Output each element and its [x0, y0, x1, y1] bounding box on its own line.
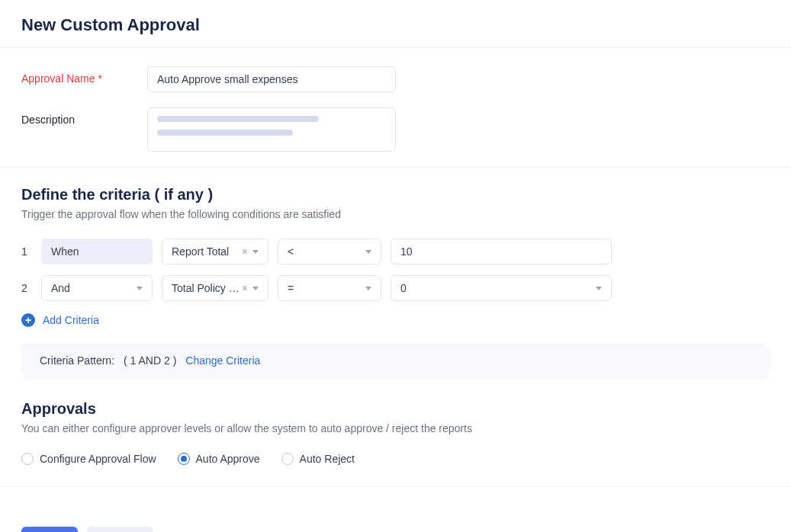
radio-icon [178, 453, 190, 465]
radio-icon [21, 453, 34, 465]
field-select[interactable]: Total Policy Viola... × [162, 275, 268, 301]
divider [0, 167, 791, 168]
save-button[interactable]: Save [21, 527, 78, 532]
chevron-down-icon [252, 250, 259, 254]
add-criteria-label: Add Criteria [43, 314, 99, 326]
criteria-pattern-box: Criteria Pattern: ( 1 AND 2 ) Change Cri… [21, 342, 770, 379]
placeholder-line [157, 116, 319, 122]
approvals-subtext: You can either configure approver levels… [21, 422, 770, 434]
chevron-down-icon [365, 250, 371, 254]
change-criteria-link[interactable]: Change Criteria [185, 354, 260, 367]
chevron-down-icon [596, 287, 602, 290]
operator-select[interactable]: < [278, 239, 381, 264]
divider [0, 486, 791, 487]
page-title: New Custom Approval [21, 15, 770, 35]
approval-name-input[interactable] [147, 66, 396, 92]
pattern-value: ( 1 AND 2 ) [124, 354, 176, 367]
description-label: Description [21, 107, 147, 126]
cancel-button[interactable]: Cancel [87, 527, 153, 532]
clear-icon[interactable]: × [242, 282, 248, 294]
chevron-down-icon [365, 287, 371, 290]
radio-auto-reject[interactable]: Auto Reject [281, 453, 355, 465]
chevron-down-icon [137, 287, 143, 290]
approval-name-label: Approval Name * [21, 66, 147, 85]
divider [0, 47, 791, 48]
placeholder-line [157, 130, 293, 136]
approvals-heading: Approvals [21, 400, 770, 418]
add-criteria-button[interactable]: + Add Criteria [21, 313, 770, 327]
chevron-down-icon [252, 287, 259, 290]
criteria-row: 1 When Report Total × < 10 [21, 239, 770, 264]
condition-when: When [41, 239, 153, 264]
radio-icon [281, 453, 294, 465]
criteria-heading: Define the criteria ( if any ) [21, 186, 770, 204]
value-select[interactable]: 0 [391, 275, 612, 301]
row-number: 2 [21, 282, 32, 294]
row-number: 1 [21, 245, 32, 258]
field-select[interactable]: Report Total × [162, 239, 268, 264]
criteria-subtext: Trigger the approval flow when the follo… [21, 208, 770, 220]
pattern-label: Criteria Pattern: [40, 354, 114, 367]
operator-select[interactable]: = [278, 275, 381, 301]
description-input[interactable] [147, 107, 396, 152]
condition-and-select[interactable]: And [41, 275, 153, 301]
clear-icon[interactable]: × [242, 245, 248, 258]
value-input[interactable]: 10 [391, 239, 612, 264]
plus-icon: + [21, 313, 35, 327]
criteria-row: 2 And Total Policy Viola... × = 0 [21, 275, 770, 301]
approval-mode-radios: Configure Approval Flow Auto Approve Aut… [21, 453, 770, 465]
radio-auto-approve[interactable]: Auto Approve [178, 453, 260, 465]
radio-configure-flow[interactable]: Configure Approval Flow [21, 453, 156, 465]
